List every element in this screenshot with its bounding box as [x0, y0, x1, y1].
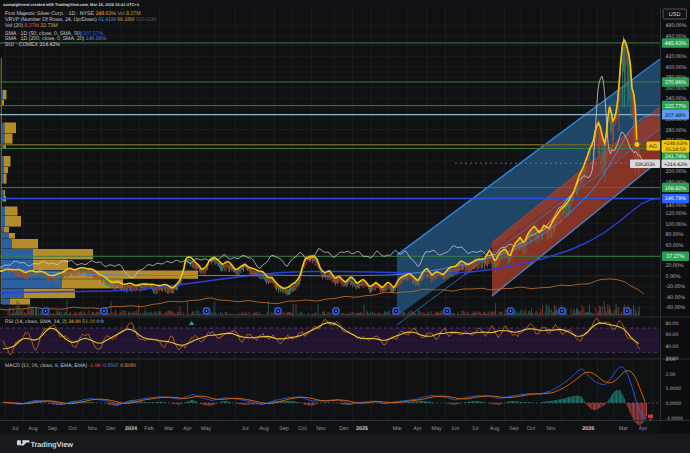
svg-text:100.00%: 100.00% [666, 222, 687, 228]
svg-text:Apr: Apr [639, 426, 648, 432]
svg-text:Vol (20) 8.37M 22.73M: Vol (20) 8.37M 22.73M [5, 23, 58, 29]
svg-text:420.00%: 420.00% [666, 54, 687, 60]
svg-text:0.0000: 0.0000 [666, 401, 682, 407]
svg-text:120.00%: 120.00% [666, 211, 687, 217]
svg-text:140.00%: 140.00% [666, 203, 687, 209]
svg-text:Aug: Aug [259, 426, 269, 432]
svg-text:3.00: 3.00 [666, 357, 676, 363]
svg-text:First Majestic Silver Corp. ·: First Majestic Silver Corp. · 1D · NYSE … [5, 11, 141, 17]
svg-text:Mar: Mar [393, 426, 402, 432]
svg-text:Nov: Nov [88, 426, 98, 432]
svg-text:Aug: Aug [490, 426, 500, 432]
svg-text:Jul: Jul [472, 426, 479, 432]
svg-text:SI1! · COMEX 214.42%: SI1! · COMEX 214.42% [5, 42, 60, 48]
svg-text:RSI (14, close, SMA, 14, 2) 34: RSI (14, close, SMA, 14, 2) 34.86 51.20 … [5, 319, 104, 325]
svg-text:VRVP (Number Of Rows, 24, Up/D: VRVP (Number Of Rows, 24, Up/Down) 61.41… [5, 17, 156, 23]
svg-text:2025: 2025 [356, 426, 368, 432]
svg-text:0.00%: 0.00% [666, 274, 681, 280]
svg-text:40.00: 40.00 [666, 344, 679, 350]
svg-text:2024: 2024 [125, 426, 137, 432]
svg-text:Nov: Nov [546, 426, 556, 432]
svg-text:Sep: Sep [279, 426, 289, 432]
svg-text:Oct: Oct [68, 426, 77, 432]
svg-text:Jun: Jun [451, 426, 460, 432]
svg-text:445.63%: 445.63% [665, 41, 686, 47]
svg-text:Dec: Dec [339, 426, 349, 432]
svg-text:Mar: Mar [164, 426, 173, 432]
svg-text:Oct: Oct [527, 426, 536, 432]
svg-text:400.00%: 400.00% [666, 65, 687, 71]
svg-text:60.00: 60.00 [666, 332, 679, 338]
svg-text:USD: USD [669, 12, 681, 18]
svg-text:480.00%: 480.00% [666, 23, 687, 29]
svg-text:+214.42%: +214.42% [664, 162, 688, 168]
svg-text:37.27%: 37.27% [666, 254, 684, 260]
svg-text:-60.00%: -60.00% [666, 305, 686, 311]
svg-text:280.00%: 280.00% [666, 128, 687, 134]
svg-text:80.00%: 80.00% [666, 232, 684, 238]
svg-text:Jul: Jul [242, 426, 249, 432]
svg-text:May: May [201, 426, 211, 432]
svg-text:AG: AG [649, 144, 657, 150]
svg-text:05:18:59: 05:18:59 [665, 147, 685, 153]
svg-text:TradingView: TradingView [31, 440, 74, 449]
svg-text:Jul: Jul [12, 426, 19, 432]
svg-text:307.48%: 307.48% [665, 113, 686, 119]
svg-text:MACD (12, 26, close, 9, EMA, E: MACD (12, 26, close, 9, EMA, EMA) -1.08 … [5, 363, 136, 369]
svg-text:savepiginvest created with Tra: savepiginvest created with TradingView.c… [3, 2, 140, 7]
svg-text:Sep: Sep [48, 426, 58, 432]
svg-text:370.96%: 370.96% [665, 80, 686, 86]
svg-text:-20.00%: -20.00% [666, 284, 686, 290]
svg-text:Nov: Nov [316, 426, 326, 432]
svg-text:200.00%: 200.00% [666, 169, 687, 175]
svg-text:SIK2026: SIK2026 [635, 162, 655, 168]
svg-text:-1.0000: -1.0000 [666, 416, 683, 422]
svg-text:Aug: Aug [28, 426, 38, 432]
svg-text:20.00%: 20.00% [666, 263, 684, 269]
svg-text:60.00%: 60.00% [666, 243, 684, 249]
svg-text:Dec: Dec [106, 426, 116, 432]
svg-text:80.00: 80.00 [666, 321, 679, 327]
svg-text:325.77%: 325.77% [665, 104, 686, 110]
svg-text:Sep: Sep [509, 426, 519, 432]
svg-text:Feb: Feb [144, 426, 153, 432]
svg-text:2.00: 2.00 [666, 372, 676, 378]
svg-text:Oct: Oct [298, 426, 307, 432]
svg-text:-40.00%: -40.00% [666, 295, 686, 301]
svg-text:May: May [431, 426, 441, 432]
svg-text:Apr: Apr [413, 426, 422, 432]
svg-text:241.74%: 241.74% [665, 154, 686, 160]
svg-text:168.82%: 168.82% [665, 186, 686, 192]
svg-text:Mar: Mar [619, 426, 628, 432]
svg-text:2026: 2026 [582, 426, 594, 432]
svg-text:146.79%: 146.79% [665, 196, 686, 202]
svg-text:1.0000: 1.0000 [666, 386, 682, 392]
svg-text:Apr: Apr [183, 426, 192, 432]
